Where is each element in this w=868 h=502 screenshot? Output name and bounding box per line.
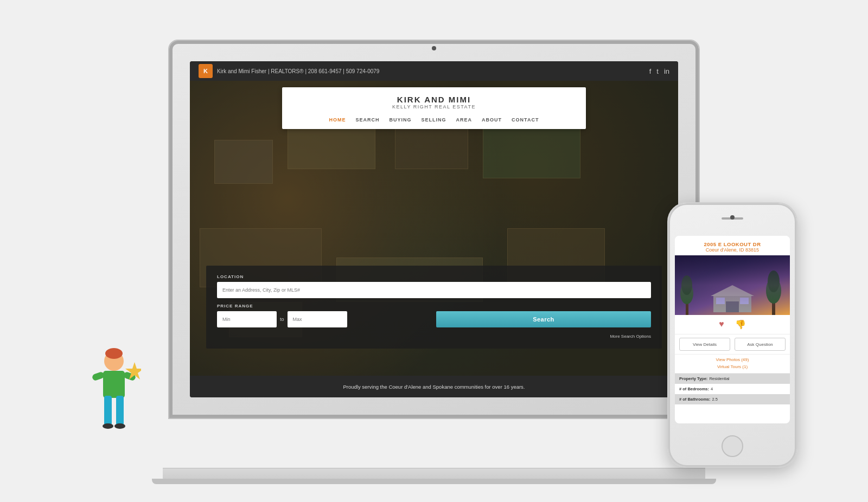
phone-property-image [675,255,790,315]
svg-point-9 [114,423,125,429]
phone-body: 2005 E LOOKOUT DR Coeur d'Alene, ID 8381… [667,202,797,468]
nav-item-home[interactable]: HOME [329,114,346,124]
nav-link-search[interactable]: SEARCH [356,117,380,123]
laptop-camera [432,46,436,50]
price-row: to Search [217,311,651,327]
ask-question-button[interactable]: Ask Question [735,338,786,351]
bedrooms-value: 4 [711,387,713,391]
laptop-screen: K Kirk and Mimi Fisher | REALTORS® | 208… [190,61,678,397]
laptop-body: K Kirk and Mimi Fisher | REALTORS® | 208… [168,40,700,419]
phone-actions: ♥ 👎 [675,315,790,334]
property-type-row: Property Type: Residential [675,374,790,384]
virtual-tours-link[interactable]: Virtual Tours (1) [675,364,790,371]
svg-rect-3 [92,371,105,382]
nav-brand: KIRK AND MIMI KELLY RIGHT REAL ESTATE [293,95,575,110]
phone-address: 2005 E LOOKOUT DR Coeur d'Alene, ID 8381… [675,236,790,255]
phone-address-line2: Coeur d'Alene, ID 83815 [679,247,786,253]
phone-links: View Photos (49) Virtual Tours (1) [675,355,790,374]
phone: 2005 E LOOKOUT DR Coeur d'Alene, ID 8381… [667,202,797,468]
bedrooms-row: # of Bedrooms: 4 [675,384,790,394]
location-label: LOCATION [217,274,651,279]
laptop-base-bottom [152,479,716,484]
topbar-left: K Kirk and Mimi Fisher | REALTORS® | 208… [199,64,379,78]
search-button[interactable]: Search [436,311,651,327]
svg-point-8 [103,423,113,429]
bedrooms-label: # of Bedrooms: [679,387,709,391]
topbar-social: f t in [649,67,669,75]
heart-icon[interactable]: ♥ [719,319,724,330]
nav-item-area[interactable]: AREA [456,114,473,124]
phone-buttons: View Details Ask Question [675,334,790,355]
scene: K Kirk and Mimi Fisher | REALTORS® | 208… [54,18,814,484]
thumbdown-icon[interactable]: 👎 [735,319,746,330]
location-input[interactable] [217,282,651,298]
topbar-info: Kirk and Mimi Fisher | REALTORS® | 208 6… [217,68,379,74]
phone-camera [730,215,735,220]
brand-title: KIRK AND MIMI [293,95,575,104]
price-max-input[interactable] [288,311,347,327]
nav-link-contact[interactable]: CONTACT [512,117,539,123]
property-type-label: Property Type: [679,376,707,381]
more-search-link[interactable]: More Search Options [610,334,651,339]
nav-item-about[interactable]: ABOUT [482,114,502,124]
phone-address-line1: 2005 E LOOKOUT DR [679,241,786,247]
price-fields: to [217,311,432,327]
laptop: K Kirk and Mimi Fisher | REALTORS® | 208… [168,40,700,484]
facebook-icon[interactable]: f [649,67,652,75]
nav-card: KIRK AND MIMI KELLY RIGHT REAL ESTATE HO… [282,87,586,129]
nav-link-about[interactable]: ABOUT [482,117,502,123]
footer-text: Proudly serving the Coeur d'Alene and Sp… [343,384,525,390]
more-options: More Search Options [217,330,651,340]
price-min-input[interactable] [217,311,277,327]
brand-subtitle: KELLY RIGHT REAL ESTATE [293,104,575,110]
nav-link-buying[interactable]: BUYING [390,117,412,123]
search-panel: LOCATION PRICE RANGE to [206,266,662,349]
nav-item-search[interactable]: SEARCH [356,114,380,124]
phone-property-details: Property Type: Residential # of Bedrooms… [675,374,790,404]
nav-link-area[interactable]: AREA [456,117,473,123]
svg-rect-2 [103,371,125,398]
svg-point-1 [105,348,123,359]
site-hero: KIRK AND MIMI KELLY RIGHT REAL ESTATE HO… [190,81,678,376]
phone-screen: 2005 E LOOKOUT DR Coeur d'Alene, ID 8381… [675,236,790,423]
price-label: PRICE RANGE [217,304,651,308]
bathrooms-value: 2.5 [712,397,718,402]
view-details-button[interactable]: View Details [679,338,730,351]
person-illustration [87,346,141,454]
nav-item-selling[interactable]: SELLING [422,114,446,124]
nav-item-buying[interactable]: BUYING [390,114,412,124]
svg-rect-7 [116,396,124,426]
svg-rect-6 [104,396,112,426]
site-footer: Proudly serving the Coeur d'Alene and Sp… [190,376,678,397]
phone-home-button[interactable] [722,435,743,457]
nav-link-home[interactable]: HOME [329,117,346,123]
property-type-value: Residential [709,376,729,381]
twitter-icon[interactable]: t [656,67,659,75]
view-photos-link[interactable]: View Photos (49) [675,357,790,364]
nav-item-contact[interactable]: CONTACT [512,114,539,124]
logo-text: K [203,68,208,74]
website: K Kirk and Mimi Fisher | REALTORS® | 208… [190,61,678,397]
site-topbar: K Kirk and Mimi Fisher | REALTORS® | 208… [190,61,678,81]
bathrooms-label: # of Bathrooms: [679,397,711,402]
logo-box: K [199,64,213,78]
nav-links: HOME SEARCH BUYING SELLING AREA ABOUT CO… [293,114,575,124]
price-to: to [280,317,284,322]
nav-link-selling[interactable]: SELLING [422,117,446,123]
bathrooms-row: # of Bathrooms: 2.5 [675,394,790,404]
price-section: to [217,311,432,327]
linkedin-icon[interactable]: in [664,67,669,75]
